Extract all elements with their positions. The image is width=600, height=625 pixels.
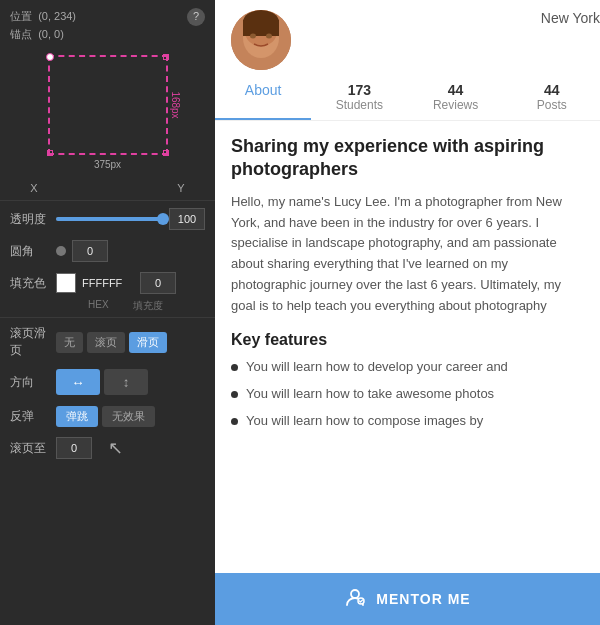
dir-vertical-btn[interactable]: ↕ xyxy=(104,369,148,395)
stats-row: About 173 Students 44 Reviews 44 Posts xyxy=(215,70,600,121)
tab-reviews[interactable]: 44 Reviews xyxy=(408,78,504,120)
features-title: Key features xyxy=(231,331,584,349)
corner-content: 0 xyxy=(56,240,205,262)
opacity-row: 透明度 100 xyxy=(0,203,215,235)
fill-opacity-value[interactable]: 0 xyxy=(140,272,176,294)
svg-point-6 xyxy=(266,34,272,39)
anchor-dot xyxy=(46,53,54,61)
x-label: X xyxy=(14,182,54,194)
pos-label: 位置 xyxy=(10,10,32,22)
color-swatch[interactable] xyxy=(56,273,76,293)
scroll-opt-none[interactable]: 无 xyxy=(56,332,83,353)
corner-row: 圆角 0 xyxy=(0,235,215,267)
position-info: ? 位置 (0, 234) 锚点 (0, 0) xyxy=(0,0,215,47)
y-label: Y xyxy=(161,182,201,194)
scroll-row: 滚页滑页 无 滚页 滑页 xyxy=(0,320,215,364)
pos-value: (0, 234) xyxy=(38,10,76,22)
feature-text-3: You will learn how to compose images by xyxy=(246,413,483,428)
canvas-box[interactable]: 168px xyxy=(48,55,168,155)
fill-row: 填充色 FFFFFF 0 xyxy=(0,267,215,299)
reviews-count: 44 xyxy=(408,82,504,98)
opacity-label: 透明度 xyxy=(10,211,56,228)
bounce-label: 反弹 xyxy=(10,408,56,425)
opacity-sublabel: 填充度 xyxy=(133,299,163,313)
city-label: New York xyxy=(541,10,600,26)
fill-content: FFFFFF 0 xyxy=(56,272,205,294)
feature-item-1: You will learn how to develop your caree… xyxy=(231,359,584,374)
students-label: Students xyxy=(311,98,407,112)
corner-indicator xyxy=(56,246,66,256)
corner-value[interactable]: 0 xyxy=(72,240,108,262)
scroll-btn-group: 无 滚页 滑页 xyxy=(56,332,205,353)
direction-label: 方向 xyxy=(10,374,56,391)
main-content: Sharing my experience with aspiring phot… xyxy=(215,121,600,573)
students-count: 173 xyxy=(311,82,407,98)
feature-text-2: You will learn how to take awesome photo… xyxy=(246,386,494,401)
mentor-icon xyxy=(344,586,366,613)
anchor-value: (0, 0) xyxy=(38,28,64,40)
direction-btn-group: ↔ ↕ xyxy=(56,369,205,395)
page-label: 滚页至 xyxy=(10,440,56,457)
posts-count: 44 xyxy=(504,82,600,98)
bio-title: Sharing my experience with aspiring phot… xyxy=(231,135,584,182)
right-panel: New York About 173 Students 44 Reviews 4… xyxy=(215,0,600,625)
bullet-1 xyxy=(231,364,238,371)
svg-rect-4 xyxy=(243,20,279,36)
about-label: About xyxy=(215,82,311,102)
corner-tr xyxy=(163,54,169,60)
bullet-3 xyxy=(231,418,238,425)
tab-students[interactable]: 173 Students xyxy=(311,78,407,120)
left-panel: ? 位置 (0, 234) 锚点 (0, 0) 168px 375px X Y … xyxy=(0,0,215,625)
help-button[interactable]: ? xyxy=(187,8,205,26)
reviews-label: Reviews xyxy=(408,98,504,112)
hex-input[interactable]: FFFFFF xyxy=(82,277,134,289)
hex-sublabel: HEX xyxy=(88,299,109,313)
fill-label: 填充色 xyxy=(10,275,56,292)
scroll-label: 滚页滑页 xyxy=(10,325,56,359)
direction-row: 方向 ↔ ↕ xyxy=(0,364,215,400)
corner-br xyxy=(163,150,169,156)
profile-header: New York xyxy=(215,0,600,70)
opacity-slider[interactable] xyxy=(56,217,163,221)
feature-item-2: You will learn how to take awesome photo… xyxy=(231,386,584,401)
canvas-area: 168px 375px xyxy=(28,55,188,170)
bounce-row: 反弹 弹跳 无效果 xyxy=(0,400,215,432)
scroll-opt-slide[interactable]: 滑页 xyxy=(129,332,167,353)
fill-sublabels: HEX 填充度 xyxy=(0,299,215,315)
corner-label: 圆角 xyxy=(10,243,56,260)
feature-text-1: You will learn how to develop your caree… xyxy=(246,359,508,374)
height-label: 168px xyxy=(170,92,181,119)
scroll-opt-scroll[interactable]: 滚页 xyxy=(87,332,125,353)
tab-about[interactable]: About xyxy=(215,78,311,120)
posts-label: Posts xyxy=(504,98,600,112)
mentor-button[interactable]: MENTOR ME xyxy=(215,573,600,625)
feature-item-3: You will learn how to compose images by xyxy=(231,413,584,428)
tab-posts[interactable]: 44 Posts xyxy=(504,78,600,120)
dir-horizontal-btn[interactable]: ↔ xyxy=(56,369,100,395)
bounce-opt-bounce[interactable]: 弹跳 xyxy=(56,406,98,427)
svg-point-5 xyxy=(250,34,256,39)
mentor-text: MENTOR ME xyxy=(376,591,470,607)
opacity-value[interactable]: 100 xyxy=(169,208,205,230)
opacity-content: 100 xyxy=(56,208,205,230)
page-row: 滚页至 0 ↖ xyxy=(0,432,215,464)
svg-point-7 xyxy=(351,590,359,598)
width-label: 375px xyxy=(94,159,121,170)
bullet-2 xyxy=(231,391,238,398)
bounce-btn-group: 弹跳 无效果 xyxy=(56,406,205,427)
page-value[interactable]: 0 xyxy=(56,437,92,459)
cursor-icon: ↖ xyxy=(108,437,123,459)
bounce-opt-none[interactable]: 无效果 xyxy=(102,406,155,427)
bio-text: Hello, my name's Lucy Lee. I'm a photogr… xyxy=(231,192,584,317)
xy-row: X Y xyxy=(0,178,215,198)
anchor-label: 锚点 xyxy=(10,28,32,40)
avatar xyxy=(231,10,291,70)
corner-bl xyxy=(47,150,53,156)
